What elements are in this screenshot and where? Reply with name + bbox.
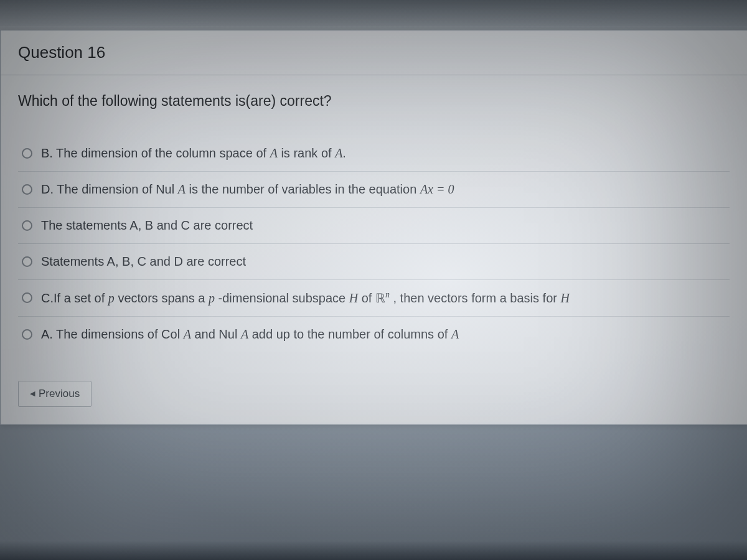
option-abcd-correct[interactable]: Statements A, B, C and D are correct (18, 244, 730, 280)
option-abc-correct[interactable]: The statements A, B and C are correct (18, 208, 730, 244)
option-c[interactable]: C.If a set of p vectors spans a p -dimen… (18, 280, 730, 317)
screen-top-glare (0, 0, 747, 26)
options-list: B. The dimension of the column space of … (18, 136, 730, 352)
chevron-left-icon: ◀ (30, 390, 35, 398)
question-footer: ◀ Previous (1, 365, 747, 424)
radio-icon[interactable] (22, 256, 32, 267)
option-text: D. The dimension of Nul A is the number … (41, 180, 726, 198)
radio-icon[interactable] (22, 184, 32, 195)
option-text: A. The dimensions of Col A and Nul A add… (41, 325, 726, 343)
radio-icon[interactable] (22, 329, 32, 340)
option-text: C.If a set of p vectors spans a p -dimen… (41, 289, 726, 307)
question-title: Question 16 (18, 43, 105, 62)
previous-label: Previous (39, 388, 80, 400)
option-text: The statements A, B and C are correct (41, 217, 726, 235)
option-text: Statements A, B, C and D are correct (41, 253, 726, 271)
option-d[interactable]: D. The dimension of Nul A is the number … (18, 172, 730, 208)
screen-bottom-shadow (0, 541, 747, 560)
option-text: B. The dimension of the column space of … (41, 144, 726, 162)
question-prompt: Which of the following statements is(are… (18, 93, 730, 110)
previous-button[interactable]: ◀ Previous (18, 381, 92, 407)
radio-icon[interactable] (22, 220, 32, 231)
option-a[interactable]: A. The dimensions of Col A and Nul A add… (18, 317, 730, 352)
question-header: Question 16 (1, 30, 747, 75)
question-body: Which of the following statements is(are… (1, 75, 747, 365)
radio-icon[interactable] (22, 148, 32, 159)
question-card: Question 16 Which of the following state… (0, 30, 747, 425)
radio-icon[interactable] (22, 292, 32, 303)
option-b[interactable]: B. The dimension of the column space of … (18, 136, 730, 172)
